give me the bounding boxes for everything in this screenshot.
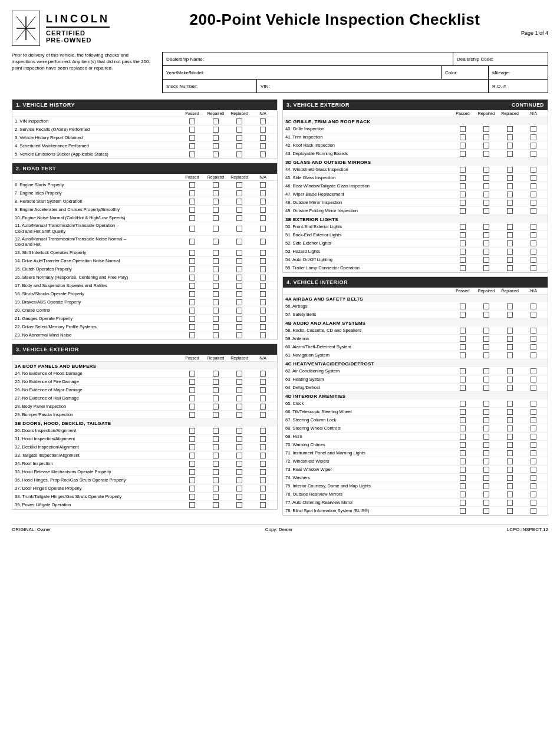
checkbox[interactable]: [460, 385, 466, 391]
checkbox[interactable]: [213, 371, 219, 377]
checkbox[interactable]: [260, 412, 266, 418]
checkbox[interactable]: [260, 182, 266, 188]
checkbox[interactable]: [507, 175, 513, 181]
checkbox[interactable]: [531, 450, 536, 456]
checkbox[interactable]: [460, 265, 466, 271]
checkbox[interactable]: [189, 371, 195, 377]
checkbox[interactable]: [236, 428, 242, 434]
checkbox[interactable]: [260, 502, 266, 508]
checkbox[interactable]: [507, 401, 513, 407]
checkbox[interactable]: [236, 477, 242, 483]
checkbox[interactable]: [260, 477, 266, 483]
checkbox[interactable]: [460, 475, 466, 481]
checkbox[interactable]: [213, 412, 219, 418]
checkbox[interactable]: [213, 502, 219, 508]
checkbox[interactable]: [236, 486, 242, 492]
checkbox[interactable]: [189, 275, 195, 281]
checkbox[interactable]: [260, 444, 266, 450]
checkbox[interactable]: [507, 240, 513, 246]
checkbox[interactable]: [483, 425, 489, 431]
checkbox[interactable]: [213, 299, 219, 305]
checkbox[interactable]: [460, 183, 466, 189]
checkbox[interactable]: [460, 401, 466, 407]
checkbox[interactable]: [507, 500, 513, 506]
checkbox[interactable]: [507, 377, 513, 382]
checkbox[interactable]: [189, 428, 195, 434]
checkbox[interactable]: [236, 291, 242, 297]
checkbox[interactable]: [507, 458, 513, 464]
checkbox[interactable]: [531, 232, 536, 238]
checkbox[interactable]: [460, 500, 466, 506]
checkbox[interactable]: [483, 508, 489, 514]
checkbox[interactable]: [531, 312, 536, 318]
checkbox[interactable]: [213, 143, 219, 149]
checkbox[interactable]: [260, 226, 266, 232]
checkbox[interactable]: [189, 127, 195, 133]
checkbox[interactable]: [483, 265, 489, 271]
checkbox[interactable]: [531, 409, 536, 415]
checkbox[interactable]: [236, 324, 242, 330]
checkbox[interactable]: [460, 450, 466, 456]
checkbox[interactable]: [460, 224, 466, 230]
checkbox[interactable]: [460, 175, 466, 181]
checkbox[interactable]: [213, 404, 219, 410]
checkbox[interactable]: [236, 226, 242, 232]
checkbox[interactable]: [507, 434, 513, 440]
checkbox[interactable]: [483, 175, 489, 181]
checkbox[interactable]: [189, 199, 195, 204]
checkbox[interactable]: [507, 224, 513, 230]
checkbox[interactable]: [460, 200, 466, 206]
checkbox[interactable]: [531, 467, 536, 473]
checkbox[interactable]: [189, 461, 195, 467]
checkbox[interactable]: [260, 283, 266, 289]
checkbox[interactable]: [483, 450, 489, 456]
checkbox[interactable]: [507, 475, 513, 481]
checkbox[interactable]: [260, 291, 266, 297]
checkbox[interactable]: [531, 344, 536, 350]
checkbox[interactable]: [260, 151, 266, 157]
checkbox[interactable]: [507, 409, 513, 415]
checkbox[interactable]: [531, 442, 536, 448]
checkbox[interactable]: [531, 257, 536, 263]
checkbox[interactable]: [507, 257, 513, 263]
checkbox[interactable]: [483, 232, 489, 238]
checkbox[interactable]: [260, 258, 266, 264]
checkbox[interactable]: [213, 436, 219, 442]
checkbox[interactable]: [460, 492, 466, 497]
checkbox[interactable]: [531, 224, 536, 230]
checkbox[interactable]: [460, 483, 466, 489]
checkbox[interactable]: [531, 183, 536, 189]
checkbox[interactable]: [260, 461, 266, 467]
checkbox[interactable]: [189, 258, 195, 264]
checkbox[interactable]: [236, 182, 242, 188]
checkbox[interactable]: [213, 275, 219, 281]
checkbox[interactable]: [213, 461, 219, 467]
checkbox[interactable]: [189, 283, 195, 289]
checkbox[interactable]: [507, 492, 513, 497]
checkbox[interactable]: [460, 249, 466, 255]
checkbox[interactable]: [260, 316, 266, 322]
checkbox[interactable]: [483, 151, 489, 157]
checkbox[interactable]: [189, 404, 195, 410]
checkbox[interactable]: [189, 494, 195, 500]
checkbox[interactable]: [483, 483, 489, 489]
checkbox[interactable]: [460, 134, 466, 140]
checkbox[interactable]: [483, 336, 489, 342]
checkbox[interactable]: [213, 135, 219, 141]
checkbox[interactable]: [483, 224, 489, 230]
checkbox[interactable]: [236, 258, 242, 264]
checkbox[interactable]: [236, 135, 242, 141]
checkbox[interactable]: [483, 257, 489, 263]
checkbox[interactable]: [260, 404, 266, 410]
checkbox[interactable]: [507, 134, 513, 140]
checkbox[interactable]: [213, 469, 219, 475]
checkbox[interactable]: [507, 328, 513, 334]
checkbox[interactable]: [531, 492, 536, 497]
checkbox[interactable]: [507, 508, 513, 514]
checkbox[interactable]: [189, 239, 195, 245]
checkbox[interactable]: [260, 371, 266, 377]
checkbox[interactable]: [531, 240, 536, 246]
checkbox[interactable]: [189, 118, 195, 124]
checkbox[interactable]: [213, 308, 219, 314]
checkbox[interactable]: [236, 250, 242, 256]
